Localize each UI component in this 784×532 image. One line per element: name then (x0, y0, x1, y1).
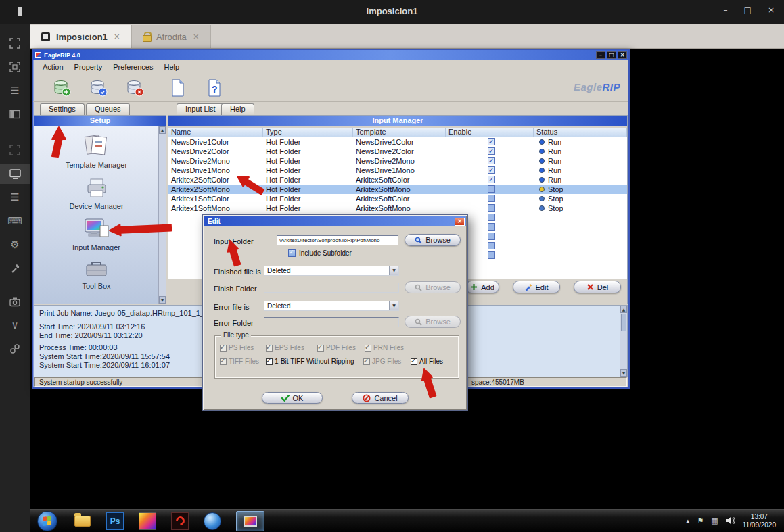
database-delete-button[interactable] (124, 77, 145, 99)
column-name[interactable]: Name (168, 128, 263, 137)
enable-checkbox[interactable] (488, 147, 495, 155)
volume-icon[interactable] (726, 516, 735, 526)
table-row[interactable]: NewsDrive1ColorHot FolderNewsDrive1Color… (168, 137, 627, 147)
taskbar-browser-button[interactable] (202, 511, 223, 531)
action-center-flag-icon[interactable]: ⚑ (697, 516, 704, 525)
del-button[interactable]: Del (574, 281, 621, 293)
table-row[interactable]: Arkitex2SoftColorHot FolderArkitexSoftCo… (168, 175, 627, 185)
table-row-selected[interactable]: Arkitex2SoftMonoHot FolderArkitexSoftMon… (168, 185, 627, 194)
eaglerip-titlebar[interactable]: EagleRIP 4.0 – □ × (33, 50, 628, 60)
column-template[interactable]: Template (353, 128, 446, 137)
scroll-down-icon[interactable]: ▼ (620, 369, 627, 377)
tab-close-icon[interactable]: × (114, 32, 120, 41)
log-scrollbar[interactable]: ▲ ▼ (620, 306, 627, 377)
setup-item-tool-box[interactable]: Tool Box (81, 258, 112, 290)
edit-dialog-titlebar[interactable]: Edit × (204, 216, 466, 226)
help-button[interactable]: ? (204, 77, 225, 99)
minimize-button[interactable]: – (596, 51, 605, 59)
maximize-button[interactable]: □ (744, 5, 752, 15)
tab-input-list[interactable]: Input List (177, 103, 225, 115)
clock[interactable]: 13:07 11/09/2020 (743, 513, 776, 529)
chevron-down-icon[interactable]: ▼ (389, 266, 398, 275)
edit-button[interactable]: Edit (513, 281, 560, 293)
tab-close-icon[interactable]: × (193, 32, 200, 41)
settings-gear-icon[interactable]: ⚙ (0, 235, 30, 255)
list-icon[interactable]: ☰ (0, 187, 30, 208)
maximize-button[interactable]: □ (607, 51, 616, 59)
enable-checkbox[interactable] (488, 176, 495, 183)
enable-checkbox[interactable] (488, 157, 495, 164)
enable-checkbox[interactable] (488, 242, 495, 249)
taskbar-photoshop-button[interactable]: Ps (105, 511, 125, 531)
tab-imposicion1[interactable]: Imposicion1 × (30, 25, 132, 48)
taskbar-active-app-button[interactable] (236, 511, 264, 531)
enable-checkbox[interactable] (488, 166, 495, 174)
tab-settings[interactable]: Settings (40, 103, 85, 115)
column-status[interactable]: Status (534, 128, 627, 137)
filetype-all-files-checkbox[interactable]: All Files (411, 358, 443, 365)
menu-icon[interactable]: ☰ (0, 80, 30, 101)
column-enable[interactable]: Enable (446, 128, 534, 137)
tray-expand-icon[interactable]: ▴ (686, 516, 690, 525)
screenshot-frame-icon[interactable] (0, 140, 30, 160)
table-row[interactable]: Arkitex1SoftColorHot FolderArkitexSoftCo… (168, 194, 627, 203)
taskbar-imaging-button[interactable] (137, 511, 158, 531)
scroll-up-icon[interactable]: ▲ (620, 306, 627, 313)
input-folder-field[interactable] (277, 235, 398, 245)
table-row[interactable]: Arkitex1SoftMonoHot FolderArkitexSoftMon… (168, 203, 627, 213)
menu-action[interactable]: Action (37, 63, 69, 73)
browse-input-folder-button[interactable]: Browse (405, 234, 461, 246)
table-row[interactable]: NewsDrive2MonoHot FolderNewsDrive2MonoRu… (168, 156, 627, 166)
chevron-down-icon[interactable]: ∨ (0, 315, 30, 335)
chevron-down-icon[interactable]: ▼ (389, 301, 398, 310)
enable-checkbox[interactable] (488, 185, 495, 193)
cancel-button[interactable]: Cancel (352, 392, 409, 404)
monitor-icon[interactable] (0, 164, 30, 184)
database-add-button[interactable] (51, 77, 72, 99)
finished-file-dropdown[interactable]: Deleted▼ (264, 266, 399, 276)
tab-help[interactable]: Help (221, 103, 254, 115)
scroll-thumb[interactable] (621, 314, 626, 331)
setup-scrollbar[interactable]: ▲ ▼ (158, 126, 166, 304)
setup-item-device-manager[interactable]: Device Manager (69, 175, 123, 210)
setup-item-input-manager[interactable]: Input Manager (72, 216, 120, 251)
close-button[interactable]: × (768, 5, 775, 15)
table-row[interactable]: NewsDrive2ColorHot FolderNewsDrive2Color… (168, 147, 627, 156)
link-icon[interactable] (0, 339, 30, 359)
close-icon[interactable]: × (455, 218, 465, 226)
menu-help[interactable]: Help (158, 63, 185, 73)
screenshot-frame-icon[interactable] (0, 33, 30, 53)
menu-property[interactable]: Property (69, 63, 108, 73)
enable-checkbox[interactable] (488, 251, 495, 259)
start-button[interactable] (37, 511, 57, 531)
error-file-dropdown[interactable]: Deleted▼ (264, 301, 399, 311)
column-type[interactable]: Type (263, 128, 353, 137)
taskbar-reader-button[interactable] (170, 511, 190, 531)
enable-checkbox[interactable] (488, 233, 495, 240)
minimize-button[interactable]: – (724, 5, 728, 15)
enable-checkbox[interactable] (488, 204, 495, 212)
fullscreen-icon[interactable] (0, 57, 30, 77)
add-button[interactable]: Add (465, 281, 499, 293)
filetype-1bit-tiff-checkbox[interactable]: 1-Bit TIFF Without Ripping (266, 358, 354, 365)
menu-preferences[interactable]: Preferences (108, 63, 158, 73)
ok-button[interactable]: OK (262, 392, 323, 404)
enable-checkbox[interactable] (488, 223, 495, 231)
keyboard-icon[interactable]: ⌨ (0, 211, 30, 231)
tab-afrodita[interactable]: Afrodita × (132, 25, 211, 48)
setup-item-template-manager[interactable]: Template Manager (66, 132, 127, 169)
close-button[interactable]: × (618, 51, 627, 59)
camera-icon[interactable] (0, 291, 30, 312)
database-enable-button[interactable] (87, 77, 109, 99)
enable-checkbox[interactable] (488, 214, 495, 221)
side-panel-icon[interactable] (0, 104, 30, 124)
table-row[interactable]: NewsDrive1MonoHot FolderNewsDrive1MonoRu… (168, 166, 627, 175)
scroll-up-icon[interactable]: ▲ (159, 126, 166, 134)
include-subfolder-checkbox[interactable] (288, 249, 296, 257)
enable-checkbox[interactable] (488, 195, 495, 202)
scroll-down-icon[interactable]: ▼ (159, 296, 166, 304)
new-document-button[interactable] (167, 77, 189, 99)
tab-queues[interactable]: Queues (86, 103, 130, 115)
taskbar-explorer-button[interactable] (72, 511, 93, 531)
network-icon[interactable]: ▦ (711, 516, 718, 525)
